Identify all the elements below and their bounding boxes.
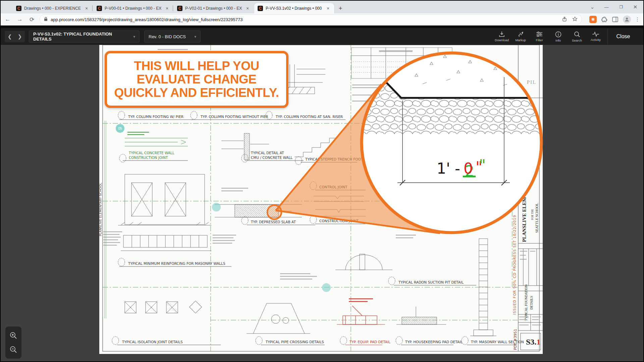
detail-label: TYPICAL CONCRETE WALL xyxy=(128,151,174,155)
markup-button[interactable]: Markup xyxy=(513,31,529,42)
bookmark-star-icon[interactable] xyxy=(572,16,578,23)
revision-selector-dropdown[interactable]: Rev. 0 - BID DOCS ▾ xyxy=(144,31,201,43)
url-text: app.procore.com/1583279/project/drawing_… xyxy=(51,17,243,22)
filter-sliders-icon xyxy=(536,31,543,37)
filter-button[interactable]: Filter xyxy=(531,31,547,42)
padlock-icon xyxy=(44,17,48,22)
sheet-pager: ❮ ❯ xyxy=(5,31,25,42)
margin-project-text: PLANSLIVE ELEMENTARY SCHOOL xyxy=(99,183,102,236)
detail-label: TYPICAL PIPE CROSSING DETAILS xyxy=(265,340,324,344)
sheet-selector-label: P-VV-S3.1v02: TYPICAL FOUNDATION DETAILS xyxy=(33,32,130,42)
detail-label: TYPICAL MINIMUM REINFORCING FOR MASONRY … xyxy=(128,261,225,265)
drawing-viewer-toolbar: ❮ ❯ P-VV-S3.1v02: TYPICAL FOUNDATION DET… xyxy=(1,28,643,45)
callout-line: EVALUATE CHANGE xyxy=(137,73,256,86)
detail-label: CMU / CONCRETE WALL xyxy=(251,156,292,160)
profile-avatar[interactable] xyxy=(623,15,631,23)
info-button[interactable]: Info xyxy=(550,31,566,42)
tab-3[interactable]: C P-V02-01 • Drawings • 000 - EXP × xyxy=(174,3,254,13)
marketing-callout: THIS WILL HELP YOU EVALUATE CHANGE QUICK… xyxy=(105,51,288,108)
detail-label: TYPICAL ISOLATION JOINT DETAILS xyxy=(122,340,183,344)
extensions-puzzle-icon[interactable] xyxy=(601,16,607,22)
search-button[interactable]: Search xyxy=(569,31,585,42)
tab-2[interactable]: C P-V00-01 • Drawings • 000 - EXP × xyxy=(93,3,173,13)
tab-close-icon[interactable]: × xyxy=(84,6,89,11)
action-label: Download xyxy=(495,38,509,42)
window-minimize-button[interactable]: — xyxy=(600,2,613,12)
tab-title: Drawings • 000 - EXPERIENCE - F xyxy=(24,6,81,11)
action-label: Filter xyxy=(536,38,543,42)
callout-line: QUICKLY AND EFFICIENTLY. xyxy=(114,86,279,100)
project-for-text: FOR THE xyxy=(531,209,534,220)
tab-strip: C Drawings • 000 - EXPERIENCE - F × C P-… xyxy=(1,1,643,13)
tab-title: P-VV-S3.1v02 • Drawings • 000 - xyxy=(266,6,323,11)
download-button[interactable]: Download xyxy=(494,31,510,42)
markup-pen-icon xyxy=(517,31,524,37)
activity-pulse-icon xyxy=(592,32,599,37)
chevron-down-icon: ▾ xyxy=(133,35,135,39)
tab-4-active[interactable]: C P-VV-S3.1v02 • Drawings • 000 - × xyxy=(254,3,334,13)
url-bar[interactable]: app.procore.com/1583279/project/drawing_… xyxy=(40,14,582,24)
project-name-text: PLANSLIVE ELEM xyxy=(522,197,527,242)
procore-favicon-icon: C xyxy=(258,6,263,11)
reload-button[interactable]: ⟳ xyxy=(27,15,37,24)
detail-label: TYPICAL DETAIL AT xyxy=(251,151,284,155)
sheet-title-text: TYPICAL FOUNDATION xyxy=(524,285,528,321)
revision-selector-label: Rev. 0 - BID DOCS xyxy=(149,34,186,39)
chevron-down-icon: ▾ xyxy=(194,35,196,39)
project-client-text: SEATTLE SCHOOL xyxy=(535,203,539,233)
badge-number: 05 xyxy=(118,127,122,130)
procore-favicon-icon: C xyxy=(177,6,182,11)
detail-label: TYP. DEPRESSED SLAB AT xyxy=(251,220,296,224)
back-button[interactable]: ← xyxy=(3,15,13,24)
new-tab-button[interactable]: + xyxy=(336,4,345,13)
detail-label: TYP. COLUMN FOOTING WITHOUT PIER xyxy=(200,115,268,119)
forward-button[interactable]: → xyxy=(15,15,25,24)
download-icon xyxy=(498,31,505,37)
page-top-strip xyxy=(1,25,643,28)
window-restore-button[interactable]: ❐ xyxy=(614,2,628,12)
next-sheet-button[interactable]: ❯ xyxy=(18,34,22,40)
zoom-in-button[interactable] xyxy=(8,330,18,341)
magnifier-source-ring xyxy=(267,205,281,219)
detail-label: CONSTRUCTION JOINT xyxy=(129,156,168,160)
architect-logo: PIL xyxy=(527,79,537,85)
dimension-units-old: " xyxy=(479,157,486,174)
callout-line: THIS WILL HELP YOU xyxy=(134,59,259,73)
project-number-text: PDE #3951 xyxy=(513,329,518,350)
zoom-in-icon xyxy=(9,331,17,340)
detail-label: TYP. EQUIP. PAD DETAIL xyxy=(349,340,390,344)
drawing-sheet: 05 TYP. COLUMN FOOTING W/ PIER TYP. COLU… xyxy=(1,45,643,361)
sheet-number: S3.1 xyxy=(526,338,540,346)
tab-close-icon[interactable]: × xyxy=(164,6,170,11)
detail-label: TYPICAL RADON SUCTION PIT DETAIL xyxy=(398,280,464,284)
window-close-button[interactable]: ✕ xyxy=(629,2,642,12)
tab-title: P-V02-01 • Drawings • 000 - EXP xyxy=(185,6,242,11)
close-viewer-button[interactable]: Close xyxy=(607,28,639,45)
window-menu-icon[interactable]: ⌄ xyxy=(586,2,599,12)
tab-1[interactable]: C Drawings • 000 - EXPERIENCE - F × xyxy=(13,3,93,13)
previous-sheet-button[interactable]: ❮ xyxy=(8,34,12,40)
tab-close-icon[interactable]: × xyxy=(325,6,331,11)
sheet-selector-dropdown[interactable]: P-VV-S3.1v02: TYPICAL FOUNDATION DETAILS… xyxy=(29,31,140,43)
browser-window: C Drawings • 000 - EXPERIENCE - F × C P-… xyxy=(0,0,644,362)
orange-extension-icon[interactable]: ✻ xyxy=(589,16,597,23)
zoom-out-icon xyxy=(9,346,17,354)
tab-close-icon[interactable]: × xyxy=(245,6,250,11)
tab-title: P-V00-01 • Drawings • 000 - EXP xyxy=(105,6,162,11)
activity-button[interactable]: Activity xyxy=(588,32,604,42)
detail-label: TYP. COLUMN FOOTING AT SAN. RISER xyxy=(275,115,343,119)
drawing-canvas[interactable]: 05 TYP. COLUMN FOOTING W/ PIER TYP. COLU… xyxy=(1,45,643,361)
procore-favicon-icon: C xyxy=(16,6,21,11)
sheet-title-text2: DETAILS xyxy=(530,296,533,310)
zoom-out-button[interactable] xyxy=(8,345,18,355)
side-panel-icon[interactable] xyxy=(612,17,618,22)
search-icon xyxy=(574,31,580,38)
action-label: Info xyxy=(555,39,561,42)
viewer-actions: Download Markup Filter Info Search Activ… xyxy=(494,28,604,45)
browser-menu-icon[interactable]: ⋮ xyxy=(635,16,640,22)
tab-divider xyxy=(92,5,93,11)
share-icon[interactable] xyxy=(562,16,568,22)
action-label: Markup xyxy=(515,38,526,42)
action-label: Search xyxy=(572,39,582,42)
action-label: Activity xyxy=(591,38,601,42)
